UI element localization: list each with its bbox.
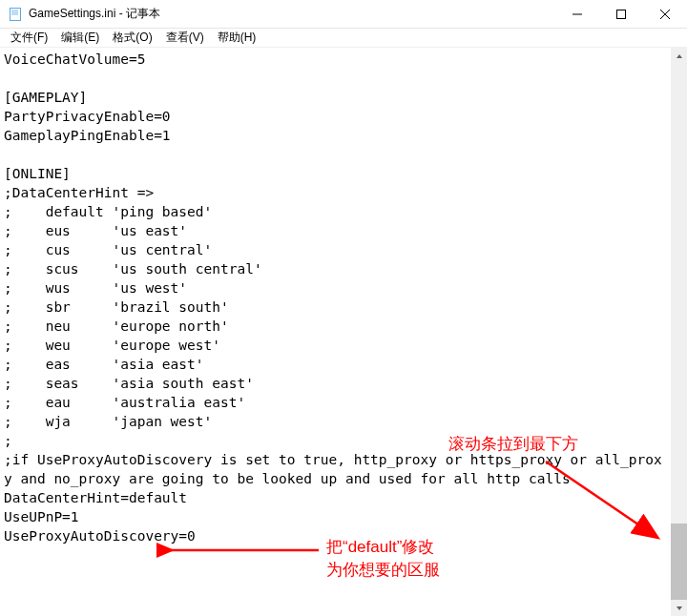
maximize-button[interactable] <box>599 0 643 28</box>
text-editor[interactable]: VoiceChatVolume=5 [GAMEPLAY] PartyPrivac… <box>0 48 671 616</box>
notepad-icon <box>8 7 23 22</box>
close-button[interactable] <box>643 0 687 28</box>
menu-bar: 文件(F) 编辑(E) 格式(O) 查看(V) 帮助(H) <box>0 29 687 48</box>
svg-marker-9 <box>677 606 682 610</box>
content-area: VoiceChatVolume=5 [GAMEPLAY] PartyPrivac… <box>0 48 687 616</box>
svg-rect-5 <box>617 10 626 18</box>
menu-help[interactable]: 帮助(H) <box>211 29 263 47</box>
menu-format[interactable]: 格式(O) <box>106 29 158 47</box>
svg-marker-8 <box>677 54 682 58</box>
scroll-thumb[interactable] <box>671 524 687 600</box>
menu-edit[interactable]: 编辑(E) <box>54 29 106 47</box>
minimize-button[interactable] <box>555 0 599 28</box>
window-controls <box>555 0 687 28</box>
vertical-scrollbar[interactable] <box>671 48 687 616</box>
menu-view[interactable]: 查看(V) <box>159 29 211 47</box>
window-title: GameSettings.ini - 记事本 <box>29 6 555 22</box>
scroll-down-arrow-icon[interactable] <box>671 600 687 616</box>
title-bar: GameSettings.ini - 记事本 <box>0 0 687 29</box>
scroll-track[interactable] <box>671 64 687 600</box>
scroll-up-arrow-icon[interactable] <box>671 48 687 64</box>
menu-file[interactable]: 文件(F) <box>4 29 54 47</box>
